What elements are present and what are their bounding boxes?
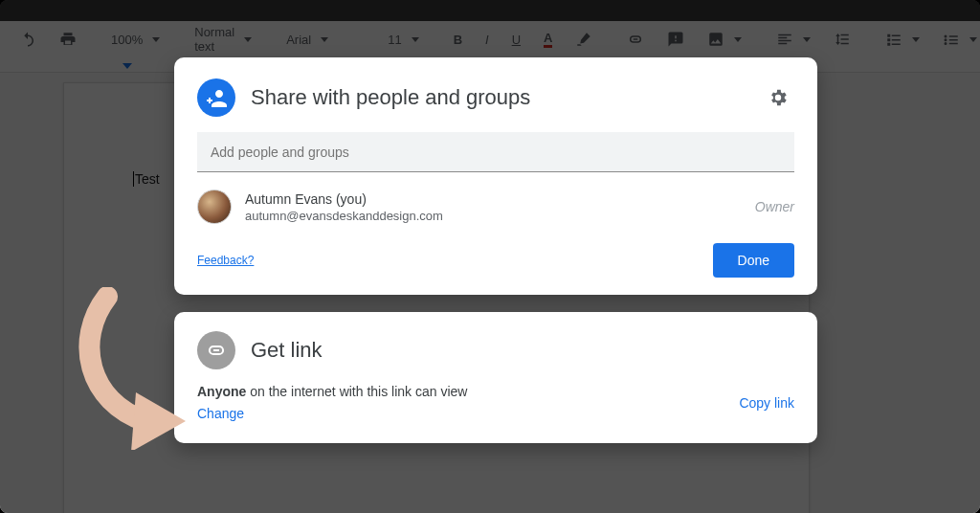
share-title: Share with people and groups (251, 85, 530, 110)
person-email: autumn@evansdeskanddesign.com (245, 209, 443, 223)
get-link-dialog: Get link Anyone on the internet with thi… (174, 312, 817, 443)
feedback-link[interactable]: Feedback? (197, 254, 254, 267)
person-role: Owner (755, 199, 794, 214)
app-stage: 100% Normal text Arial 11 B I U A Test (0, 0, 980, 513)
change-link[interactable]: Change (197, 406, 244, 421)
link-circle-icon (197, 331, 235, 369)
person-info: Autumn Evans (you) autumn@evansdeskandde… (245, 191, 443, 223)
getlink-title: Get link (251, 338, 323, 363)
share-footer: Feedback? Done (197, 243, 794, 278)
copy-link-button[interactable]: Copy link (739, 395, 794, 411)
done-button[interactable]: Done (713, 243, 794, 278)
share-dialog: Share with people and groups Autumn Evan… (174, 57, 817, 295)
link-desc-rest: on the internet with this link can view (246, 384, 467, 399)
share-header: Share with people and groups (197, 78, 794, 117)
add-people-input[interactable] (197, 132, 794, 172)
link-desc-bold: Anyone (197, 384, 246, 399)
share-settings-button[interactable] (762, 81, 794, 114)
person-row: Autumn Evans (you) autumn@evansdeskandde… (197, 190, 794, 224)
getlink-header: Get link (197, 331, 794, 369)
person-name: Autumn Evans (you) (245, 191, 443, 207)
gear-icon (768, 87, 789, 108)
share-icon (197, 78, 235, 117)
avatar (197, 190, 232, 224)
link-description: Anyone on the internet with this link ca… (197, 383, 467, 422)
